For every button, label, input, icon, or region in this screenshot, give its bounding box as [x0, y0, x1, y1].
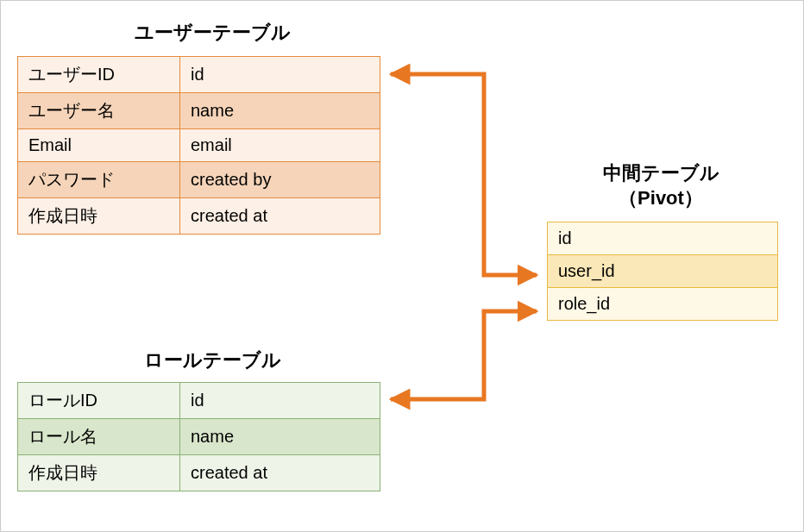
role-row-col: name — [180, 419, 380, 455]
pivot-row-col: role_id — [548, 288, 778, 321]
pivot-row-col: user_id — [548, 255, 778, 288]
user-row-label: Email — [18, 129, 180, 162]
user-table: ユーザーID id ユーザー名 name Email email パスワード c… — [17, 56, 380, 235]
table-row: user_id — [548, 255, 778, 288]
pivot-row-col: id — [548, 222, 778, 255]
table-row: 作成日時 created at — [18, 455, 380, 491]
role-row-col: created at — [180, 455, 380, 491]
role-table-title: ロールテーブル — [113, 347, 311, 373]
table-row: ロールID id — [18, 383, 380, 419]
pivot-table: id user_id role_id — [547, 222, 778, 321]
pivot-title-line2: （Pivot） — [619, 187, 703, 209]
user-row-label: 作成日時 — [18, 198, 180, 235]
table-row: ユーザーID id — [18, 57, 380, 93]
user-row-label: ユーザーID — [18, 57, 180, 93]
arrow-role-to-pivot — [391, 311, 537, 399]
user-row-col: id — [180, 57, 380, 93]
user-table-title: ユーザーテーブル — [104, 20, 320, 46]
table-row: 作成日時 created at — [18, 198, 380, 235]
role-row-label: ロール名 — [18, 419, 180, 455]
pivot-title-line1: 中間テーブル — [603, 162, 719, 184]
user-row-label: ユーザー名 — [18, 93, 180, 129]
role-row-col: id — [180, 383, 380, 419]
user-row-col: created at — [180, 198, 380, 235]
table-row: パスワード created by — [18, 162, 380, 198]
user-row-col: email — [180, 129, 380, 162]
role-row-label: ロールID — [18, 383, 180, 419]
table-row: role_id — [548, 288, 778, 321]
pivot-table-title: 中間テーブル （Pivot） — [553, 161, 769, 210]
user-row-col: name — [180, 93, 380, 129]
user-row-col: created by — [180, 162, 380, 198]
role-table: ロールID id ロール名 name 作成日時 created at — [17, 382, 380, 491]
table-row: ユーザー名 name — [18, 93, 380, 129]
arrow-user-to-pivot — [391, 74, 537, 275]
table-row: Email email — [18, 129, 380, 162]
diagram-canvas: ユーザーテーブル ユーザーID id ユーザー名 name Email emai… — [0, 0, 804, 532]
user-row-label: パスワード — [18, 162, 180, 198]
role-row-label: 作成日時 — [18, 455, 180, 491]
table-row: ロール名 name — [18, 419, 380, 455]
table-row: id — [548, 222, 778, 255]
